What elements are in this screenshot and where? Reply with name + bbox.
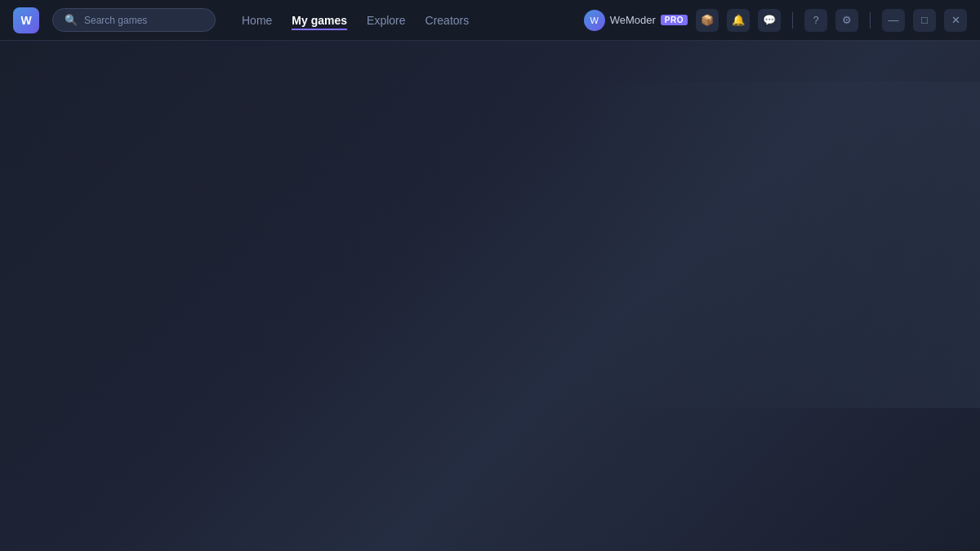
inventory-icon[interactable]: 📦 — [696, 9, 719, 32]
app-header: W 🔍 Search games Home My games Explore C… — [0, 0, 980, 41]
nav-my-games[interactable]: My games — [292, 11, 347, 30]
header-right: W WeModer PRO 📦 🔔 💬 ? ⚙ — □ ✕ — [584, 9, 967, 32]
search-placeholder: Search games — [84, 15, 147, 26]
user-name: WeModer — [610, 14, 656, 26]
avatar: W — [584, 10, 605, 31]
header-separator-2 — [870, 12, 871, 29]
game-art-bg — [572, 82, 980, 408]
maximize-button[interactable]: □ — [913, 9, 936, 32]
close-button[interactable]: ✕ — [944, 9, 967, 32]
search-icon: 🔍 — [65, 14, 78, 26]
main-nav: Home My games Explore Creators — [242, 11, 571, 30]
search-bar[interactable]: 🔍 Search games — [52, 8, 216, 32]
main-content: My games › Victoria 3 ☆ ⚡ Save mods 1 ▶ … — [0, 41, 980, 551]
nav-creators[interactable]: Creators — [425, 11, 470, 30]
discord-icon[interactable]: 💬 — [758, 9, 781, 32]
pro-badge: PRO — [661, 15, 688, 25]
settings-icon[interactable]: ⚙ — [835, 9, 858, 32]
minimize-button[interactable]: — — [882, 9, 905, 32]
nav-explore[interactable]: Explore — [367, 11, 405, 30]
user-badge: W WeModer PRO — [584, 10, 688, 31]
help-icon[interactable]: ? — [804, 9, 827, 32]
app-logo[interactable]: W — [13, 7, 39, 33]
header-separator — [792, 12, 793, 29]
notifications-icon[interactable]: 🔔 — [727, 9, 750, 32]
nav-home[interactable]: Home — [242, 11, 272, 30]
